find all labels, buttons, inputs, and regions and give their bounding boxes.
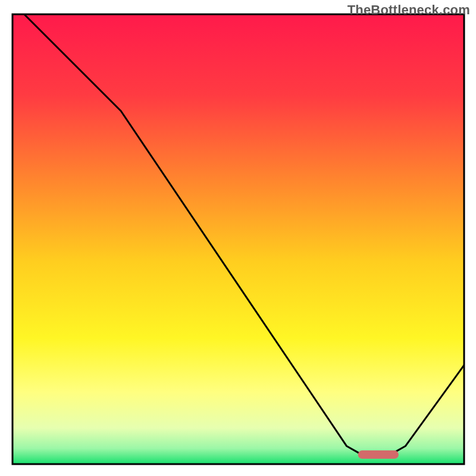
- watermark-label: TheBottleneck.com: [347, 2, 470, 18]
- gradient-background: [12, 14, 464, 464]
- optimal-marker: [358, 450, 399, 459]
- chart-svg: [0, 0, 476, 476]
- bottleneck-chart: TheBottleneck.com: [0, 0, 476, 476]
